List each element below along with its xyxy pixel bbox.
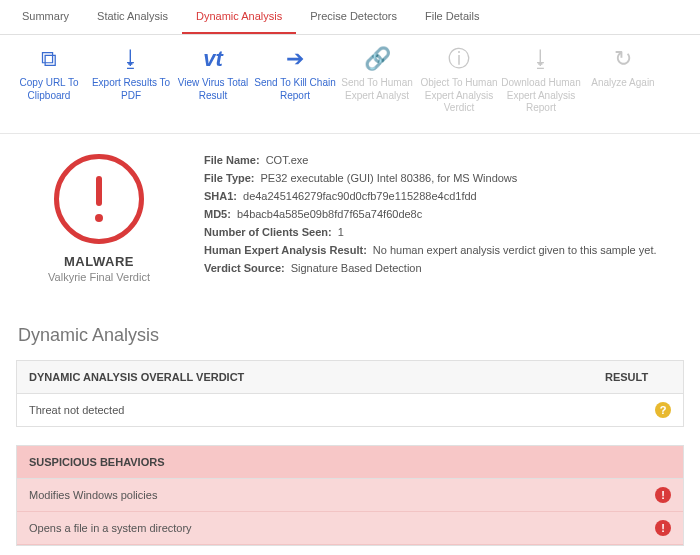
object-expert-label: Object To Human Expert Analysis Verdict (418, 77, 500, 115)
suspicious-text: Opens a file in a system directory (29, 522, 655, 534)
export-label: Export Results To PDF (90, 77, 172, 102)
alert-icon: ! (655, 520, 671, 536)
overall-verdict-table: DYNAMIC ANALYSIS OVERALL VERDICT RESULT … (16, 360, 684, 427)
malware-alert-icon (54, 154, 144, 244)
vt-label: View Virus Total Result (172, 77, 254, 102)
analyze-again-button: ↻ Analyze Again (582, 45, 664, 115)
toolbar: ⧉ Copy URL To Clipboard ⭳ Export Results… (0, 35, 700, 134)
suspicious-row: Modifies Windows policies ! (17, 479, 683, 512)
expert-result-label: Human Expert Analysis Result: (204, 244, 367, 256)
file-name-label: File Name: (204, 154, 260, 166)
virustotal-icon: vt (172, 45, 254, 73)
tab-static-analysis[interactable]: Static Analysis (83, 0, 182, 34)
warning-icon: ? (655, 402, 671, 418)
md5-value: b4bacb4a585e09b8fd7f65a74f60de8c (237, 208, 422, 220)
object-expert-button: ⓘ Object To Human Expert Analysis Verdic… (418, 45, 500, 115)
verdict-box: MALWARE Valkyrie Final Verdict (24, 154, 174, 283)
suspicious-text: Modifies Windows policies (29, 489, 655, 501)
file-type-label: File Type: (204, 172, 255, 184)
suspicious-header: SUSPICIOUS BEHAVIORS (17, 446, 177, 478)
send-icon: ➔ (254, 45, 336, 73)
verdict-source-label: Verdict Source: (204, 262, 285, 274)
tab-summary[interactable]: Summary (8, 0, 83, 34)
download-expert-label: Download Human Expert Analysis Report (500, 77, 582, 115)
paperclip-icon: 🔗 (336, 45, 418, 73)
analyze-label: Analyze Again (582, 77, 664, 90)
download-report-icon: ⭳ (500, 45, 582, 73)
suspicious-behaviors-table: SUSPICIOUS BEHAVIORS Modifies Windows po… (16, 445, 684, 546)
copy-url-button[interactable]: ⧉ Copy URL To Clipboard (8, 45, 90, 115)
tab-precise-detectors[interactable]: Precise Detectors (296, 0, 411, 34)
kill-label: Send To Kill Chain Report (254, 77, 336, 102)
file-panel: MALWARE Valkyrie Final Verdict File Name… (0, 134, 700, 313)
verdict-title: MALWARE (24, 254, 174, 269)
file-type-value: PE32 executable (GUI) Intel 80386, for M… (261, 172, 518, 184)
result-header: RESULT (593, 361, 683, 393)
verdict-header: DYNAMIC ANALYSIS OVERALL VERDICT (17, 361, 256, 393)
copy-label: Copy URL To Clipboard (8, 77, 90, 102)
send-expert-button: 🔗 Send To Human Expert Analyst (336, 45, 418, 115)
md5-label: MD5: (204, 208, 231, 220)
tab-file-details[interactable]: File Details (411, 0, 493, 34)
download-expert-button: ⭳ Download Human Expert Analysis Report (500, 45, 582, 115)
export-pdf-button[interactable]: ⭳ Export Results To PDF (90, 45, 172, 115)
download-icon: ⭳ (90, 45, 172, 73)
clients-label: Number of Clients Seen: (204, 226, 332, 238)
sha1-value: de4a245146279fac90d0cfb79e115288e4cd1fdd (243, 190, 477, 202)
verdict-source-value: Signature Based Detection (291, 262, 422, 274)
suspicious-row: Opens a file in a system directory ! (17, 512, 683, 545)
sha1-label: SHA1: (204, 190, 237, 202)
verdict-row: Threat not detected ? (17, 394, 683, 426)
view-virustotal-button[interactable]: vt View Virus Total Result (172, 45, 254, 115)
tabs-bar: Summary Static Analysis Dynamic Analysis… (0, 0, 700, 35)
clients-value: 1 (338, 226, 344, 238)
send-expert-label: Send To Human Expert Analyst (336, 77, 418, 102)
copy-icon: ⧉ (8, 45, 90, 73)
file-name-value: COT.exe (266, 154, 309, 166)
refresh-icon: ↻ (582, 45, 664, 73)
dynamic-analysis-title: Dynamic Analysis (0, 313, 700, 360)
tab-dynamic-analysis[interactable]: Dynamic Analysis (182, 0, 296, 34)
file-details: File Name:COT.exe File Type:PE32 executa… (204, 154, 676, 283)
expert-result-value: No human expert analysis verdict given t… (373, 244, 657, 256)
verdict-subtitle: Valkyrie Final Verdict (24, 271, 174, 283)
verdict-text: Threat not detected (29, 404, 655, 416)
alert-circle-icon: ⓘ (418, 45, 500, 73)
alert-icon: ! (655, 487, 671, 503)
kill-chain-button[interactable]: ➔ Send To Kill Chain Report (254, 45, 336, 115)
